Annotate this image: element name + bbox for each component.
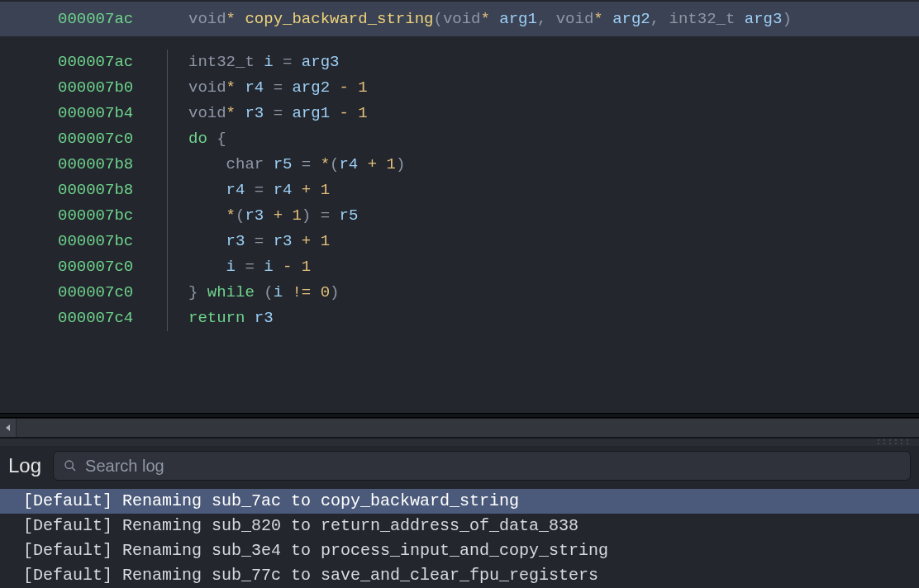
code-line[interactable]: 000007bc *(r3 + 1) = r5 [0,203,919,229]
log-entry[interactable]: [Default] Renaming sub_77c to save_and_c… [0,563,919,588]
address: 000007c0 [0,126,145,152]
code-line[interactable]: 000007b0void* r4 = arg2 - 1 [0,75,919,101]
code-line[interactable]: 000007b8 r4 = r4 + 1 [0,178,919,203]
code-line[interactable]: 000007acint32_t i = arg3 [0,50,919,75]
code-text: *(r3 + 1) = r5 [188,203,358,229]
code-line[interactable]: 000007c0 i = i - 1 [0,254,919,280]
triangle-left-icon [4,424,12,432]
address: 000007bc [0,229,145,254]
column-separator [145,126,188,152]
address: 000007b4 [0,101,145,126]
svg-point-1 [65,461,73,468]
address: 000007b8 [0,178,145,203]
function-signature: void* copy_backward_string(void* arg1, v… [188,2,792,36]
decompiler-view[interactable]: 000007ac void* copy_backward_string(void… [0,0,919,413]
address: 000007bc [0,203,145,229]
column-separator [145,306,188,331]
code-text: do { [188,126,226,152]
code-text: r3 = r3 + 1 [188,229,330,254]
column-separator [145,229,188,254]
code-text: return r3 [188,306,274,331]
column-separator [145,7,188,32]
address: 000007b0 [0,75,145,101]
column-separator [145,203,188,229]
code-text: i = i - 1 [188,254,311,280]
code-text: r4 = r4 + 1 [188,178,330,203]
address: 000007c0 [0,254,145,280]
panel-resize-grip[interactable]: :::::: [0,438,919,446]
search-icon [64,459,77,472]
column-separator [145,50,188,75]
code-line[interactable]: 000007c4return r3 [0,306,919,331]
column-separator [145,101,188,126]
address: 000007c4 [0,306,145,331]
log-search[interactable] [53,451,911,481]
log-entry[interactable]: [Default] Renaming sub_7ac to copy_backw… [0,489,919,514]
address: 000007b8 [0,152,145,178]
address: 000007ac [0,50,145,75]
code-text: char r5 = *(r4 + 1) [188,152,405,178]
svg-marker-0 [6,424,10,431]
code-text: } while (i != 0) [188,280,339,306]
log-header: Log [0,446,919,489]
log-entries[interactable]: [Default] Renaming sub_7ac to copy_backw… [0,489,919,588]
address: 000007c0 [0,280,145,306]
column-separator [145,280,188,306]
function-signature-row[interactable]: 000007ac void* copy_backward_string(void… [0,2,919,36]
column-separator [145,75,188,101]
code-line[interactable]: 000007c0} while (i != 0) [0,280,919,306]
column-separator [145,178,188,203]
address: 000007ac [0,2,145,36]
column-separator [145,152,188,178]
log-entry[interactable]: [Default] Renaming sub_820 to return_add… [0,514,919,538]
code-line[interactable]: 000007bc r3 = r3 + 1 [0,229,919,254]
code-line[interactable]: 000007c0do { [0,126,919,152]
log-title: Log [8,454,41,477]
code-text: void* r3 = arg1 - 1 [188,101,368,126]
log-panel: :::::: Log [Default] Renaming sub_7ac to… [0,438,919,588]
scroll-left-button[interactable] [0,419,17,437]
code-text: int32_t i = arg3 [188,50,339,75]
column-separator [145,254,188,280]
code-line[interactable]: 000007b4void* r3 = arg1 - 1 [0,101,919,126]
code-line[interactable]: 000007b8 char r5 = *(r4 + 1) [0,152,919,178]
log-entry[interactable]: [Default] Renaming sub_3e4 to process_in… [0,538,919,563]
horizontal-scrollbar[interactable] [0,418,919,438]
log-search-input[interactable] [85,457,900,476]
code-text: void* r4 = arg2 - 1 [188,75,368,101]
svg-line-2 [72,467,75,471]
